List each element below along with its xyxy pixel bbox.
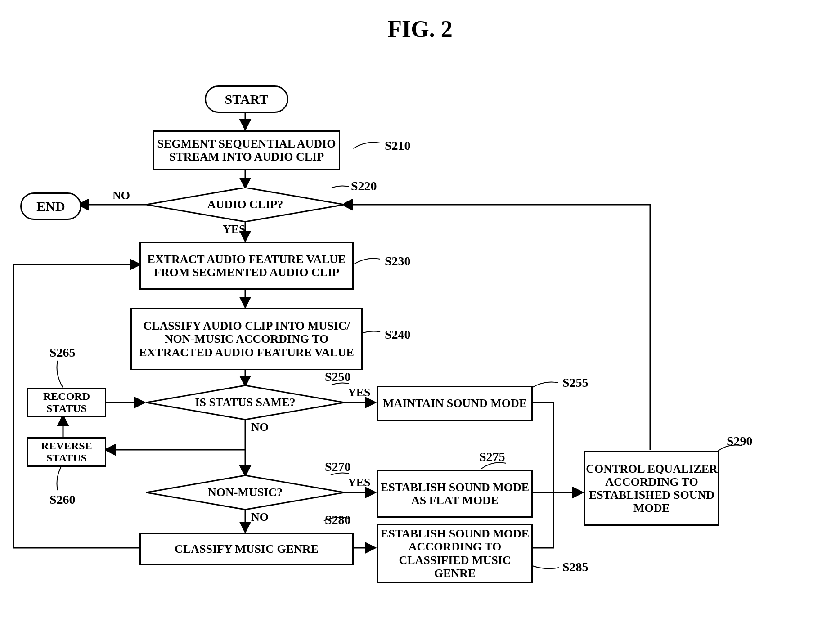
step-tag: S230 bbox=[385, 254, 411, 269]
process-s240: CLASSIFY AUDIO CLIP INTO MUSIC/ NON-MUSI… bbox=[130, 308, 363, 370]
process-s285: ESTABLISH SOUND MODE ACCORDING TO CLASSI… bbox=[377, 524, 533, 583]
step-tag: S250 bbox=[325, 370, 351, 384]
step-tag: S210 bbox=[385, 139, 411, 153]
node-label: IS STATUS SAME? bbox=[195, 396, 296, 409]
step-tag: S285 bbox=[562, 560, 588, 574]
node-label: CLASSIFY AUDIO CLIP INTO MUSIC/ NON-MUSI… bbox=[132, 319, 361, 358]
edge-label-yes: YES bbox=[223, 223, 246, 236]
step-tag: S260 bbox=[49, 492, 76, 507]
process-s265: RECORD STATUS bbox=[27, 388, 106, 417]
node-label: ESTABLISH SOUND MODE ACCORDING TO CLASSI… bbox=[378, 527, 531, 579]
node-label: RECORD STATUS bbox=[28, 390, 105, 415]
node-label: END bbox=[36, 199, 65, 214]
process-s290: CONTROL EQUALIZER ACCORDING TO ESTABLISH… bbox=[584, 451, 719, 526]
edge-label-yes: YES bbox=[348, 476, 371, 489]
node-label: REVERSE STATUS bbox=[28, 440, 105, 464]
edge-label-yes: YES bbox=[348, 386, 371, 399]
decision-s250: IS STATUS SAME? bbox=[146, 385, 344, 420]
step-tag: S240 bbox=[385, 327, 411, 342]
node-label: EXTRACT AUDIO FEATURE VALUE FROM SEGMENT… bbox=[141, 253, 352, 279]
process-s260: REVERSE STATUS bbox=[27, 437, 106, 467]
terminator-end: END bbox=[20, 192, 81, 220]
node-label: SEGMENT SEQUENTIAL AUDIO STREAM INTO AUD… bbox=[154, 137, 339, 163]
edge-label-no: NO bbox=[251, 421, 269, 434]
node-label: CONTROL EQUALIZER ACCORDING TO ESTABLISH… bbox=[585, 462, 718, 515]
decision-s220: AUDIO CLIP? bbox=[146, 188, 344, 222]
node-label: CLASSIFY MUSIC GENRE bbox=[175, 542, 319, 555]
node-label: AUDIO CLIP? bbox=[207, 198, 283, 211]
process-s255: MAINTAIN SOUND MODE bbox=[377, 386, 533, 421]
process-s280: CLASSIFY MUSIC GENRE bbox=[139, 533, 354, 565]
node-label: NON-MUSIC? bbox=[208, 486, 283, 499]
process-s230: EXTRACT AUDIO FEATURE VALUE FROM SEGMENT… bbox=[139, 242, 354, 290]
node-label: START bbox=[225, 92, 269, 107]
step-tag: S280 bbox=[325, 513, 351, 527]
node-label: ESTABLISH SOUND MODE AS FLAT MODE bbox=[378, 481, 531, 507]
process-s275: ESTABLISH SOUND MODE AS FLAT MODE bbox=[377, 470, 533, 518]
process-s210: SEGMENT SEQUENTIAL AUDIO STREAM INTO AUD… bbox=[153, 130, 340, 170]
node-label: MAINTAIN SOUND MODE bbox=[383, 397, 527, 410]
step-tag: S265 bbox=[49, 345, 76, 360]
edge-label-no: NO bbox=[251, 510, 269, 524]
step-tag: S220 bbox=[351, 179, 377, 193]
edge-label-no: NO bbox=[112, 189, 130, 202]
step-tag: S255 bbox=[562, 376, 588, 390]
step-tag: S270 bbox=[325, 460, 351, 474]
terminator-start: START bbox=[205, 85, 288, 113]
decision-s270: NON-MUSIC? bbox=[146, 475, 344, 510]
step-tag: S290 bbox=[727, 434, 753, 448]
step-tag: S275 bbox=[479, 450, 505, 464]
